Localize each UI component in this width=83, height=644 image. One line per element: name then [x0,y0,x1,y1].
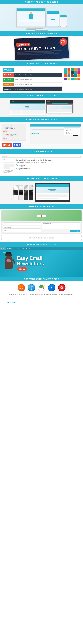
swatch-5 [78,68,80,71]
o2: o [20,164,21,167]
font-dot-3 [5,157,6,157]
slider-demo-header [30,124,81,126]
contact-banner: WORKING CONTACT FORM [0,204,83,209]
scheme-nav-2: HomeFeaturesPricingBlog [14,74,33,76]
swatch-13 [71,74,74,77]
section-patterns: 15+ LIGHT AND DARK PATTERNS [0,176,83,204]
swatch-7 [68,71,70,74]
browsers-banner: COMPATIBLE WITH ALL BROWSERS [0,276,83,281]
nav-item-pricing[interactable]: Pricing [14,247,20,250]
ie-letter: e [51,286,52,290]
browser-icons-row: 🦊 [18,284,66,292]
swatch-12 [68,74,70,77]
pattern-12 [29,195,34,200]
layerslider-icon: LAYERSLIDER [16,43,30,46]
section-htmlcss: HTML5 & CSS3 SMOOTH CODES <div class="co… [0,117,83,149]
text-placeholder-area: ENTER YOUR TEXT HERE [1,235,82,241]
section-colors: 20 AWESOME COLOR SCHEMES APPMOJO HomeFea… [0,61,83,94]
html5-text: HTML [3,144,8,146]
fonts-main-area: Grumpy wizards make toxic brew for the o… [16,159,80,173]
filters-label: Filters: [4,159,14,160]
font-dot-1 [3,157,4,157]
much-more-footer: & much more.. [0,298,83,306]
fonts-content: Filters: Grumpy wizards make toxic brew … [0,154,83,176]
font-dot-2 [4,157,5,157]
opera-icon: O [58,284,66,292]
map-display: Our Location [2,210,82,221]
code-line-8: <h1>Title</h1> [3,135,25,136]
learn-more-btn[interactable]: Layer & More [32,132,39,134]
subject-field[interactable] [3,229,41,232]
scheme-nav-1: HomeFeaturesPricingBlog [14,69,33,71]
email-field[interactable] [3,226,41,228]
swatch-3 [71,68,74,71]
monkey-face [6,259,11,262]
overlay-code-1: .slide { [65,128,80,129]
hero-content [25,106,29,108]
svg-point-9 [41,287,42,288]
tablet-body-content [36,194,69,200]
section-sliders: 2 PREMIUM SLIDERS INCLUDED LAYERSLIDER S… [0,31,83,61]
g2: g [21,164,23,167]
swatch-2 [68,68,70,71]
phone-header-bar [60,15,66,17]
pattern-5 [13,190,18,195]
slider-line-2 [32,130,63,131]
layout-col-2 [22,110,33,114]
message-field[interactable] [42,222,80,229]
tablet-hero [36,187,69,194]
colors-content: APPMOJO HomeFeaturesPricingBlog APPMOJO … [0,66,83,94]
layout-col-3 [33,110,44,114]
mailchimp-banner: MAILCHIMP FOR NEWSLETTER [0,242,83,247]
code-section: <div class="col"> <p class="text"> Lorem… [2,124,29,147]
mailchimp-content: Home Features Pricing Blog Contact Mailc… [0,247,83,276]
dot-1 [11,101,12,102]
swatch-17 [68,78,70,80]
sliders-banner: 2 PREMIUM SLIDERS INCLUDED [0,31,83,36]
pattern-6 [18,190,23,195]
nav-item-features[interactable]: Features [6,247,14,250]
phone-screen [60,17,66,27]
code-line-10: </div> [3,138,25,140]
swatch-15 [78,74,80,77]
safari-icon [28,284,35,292]
monkey-head [5,256,12,263]
layout-hero-area [10,104,45,110]
scheme-logo-4: APPMOJO [3,83,14,86]
contact-form-preview: Our Location Send Message [1,210,82,234]
scheme-logo-2: APPMOJO [3,73,14,77]
hero-line-1 [25,106,29,107]
hero-line-2 [26,107,29,108]
monkey-arm [12,259,16,264]
monitor-device [16,8,46,27]
fonts-sidebar-panel: Filters: Grumpy wizards make toxic brew … [4,159,14,173]
tablet-hero-line-1 [48,189,56,190]
pattern-3 [24,185,28,190]
pattern-11 [24,195,28,200]
name-field[interactable] [3,222,41,225]
chrome-logo-svg [39,285,44,290]
person-graphic [28,12,34,19]
swatch-16 [64,78,67,80]
swatch-4 [74,68,77,71]
google-logo: Google [16,164,25,167]
code-line-6: <div id="main"> [3,132,25,134]
swatch-10 [78,71,80,74]
nav-item-contact[interactable]: Contact [25,247,32,250]
filter-1 [4,162,14,163]
nav-item-home[interactable]: Home [0,247,6,250]
nav-item-blog[interactable]: Blog [20,247,25,250]
signup-button[interactable]: Sign Up [17,268,27,271]
boxed-nav-bg [46,103,73,104]
eye-right [10,260,10,260]
code-line-3: Lorem ipsum dolor [3,128,25,130]
enter-text-label: ENTER YOUR TEXT HERE [29,237,54,239]
fonts-browser-top [2,156,81,158]
code-line-9: </section> [3,136,25,138]
submit-button[interactable]: Send Message [70,230,80,232]
boxed-col-1 [48,110,60,112]
mailchimp-text-content: Easy EmailNewsletters Sign Up [17,256,80,270]
form-col-left [3,222,41,232]
g1: G [16,164,18,167]
scheme-row-5: APPMOJO HomeFeaturesPricingBlog [3,87,62,92]
